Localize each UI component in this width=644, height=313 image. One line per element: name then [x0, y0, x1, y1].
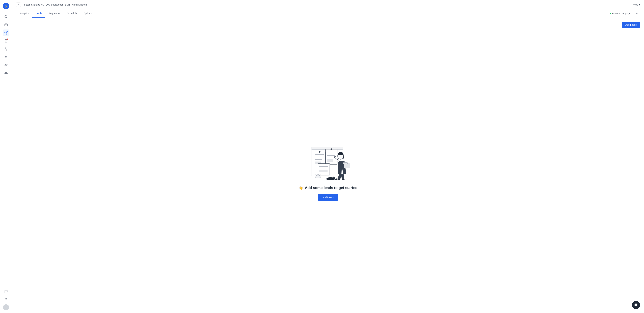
user-avatar[interactable] [3, 304, 9, 310]
sidebar: ⚡ [0, 0, 12, 313]
wave-emoji: 👋 [298, 186, 303, 190]
sidebar-bottom [3, 288, 10, 310]
app-logo[interactable]: ⚡ [3, 3, 10, 9]
tab-schedule[interactable]: Schedule [64, 9, 80, 18]
play-icon: ▶ [610, 12, 611, 15]
back-icon: ‹ [18, 3, 19, 6]
content-header: Add Leads [16, 22, 640, 28]
svg-point-0 [5, 15, 7, 18]
sidebar-item-campaigns[interactable] [3, 29, 10, 36]
sidebar-item-analytics[interactable] [3, 45, 10, 52]
svg-rect-14 [311, 147, 343, 149]
svg-point-37 [341, 179, 346, 180]
tabs-bar: Analytics Leads Sequences Schedule Optio… [12, 9, 644, 18]
content-area: Add Leads [12, 18, 644, 313]
more-options-button[interactable]: ··· [634, 11, 640, 16]
logo-icon: ⚡ [4, 4, 8, 8]
sidebar-item-integrations[interactable] [3, 70, 10, 76]
svg-point-9 [5, 56, 6, 57]
svg-rect-29 [318, 164, 330, 175]
tabs-actions: ▶ Resume campaign ··· [607, 11, 640, 16]
user-name: Nova [632, 3, 638, 6]
empty-state-text: Add some leads to get started [305, 186, 358, 190]
svg-point-28 [330, 148, 332, 150]
sidebar-item-templates[interactable] [3, 37, 10, 44]
empty-illustration [301, 140, 355, 180]
sidebar-item-chat[interactable] [3, 288, 10, 295]
more-icon: ··· [636, 12, 638, 15]
main-content: ‹ Fintech Startups (50 - 100 employees) … [12, 0, 644, 313]
svg-rect-32 [319, 170, 328, 172]
svg-rect-35 [344, 163, 348, 164]
empty-state: 👋 Add some leads to get started Add Lead… [16, 32, 640, 309]
svg-point-21 [319, 151, 320, 153]
resume-campaign-button[interactable]: ▶ Resume campaign [607, 11, 633, 16]
sidebar-item-profile[interactable] [3, 296, 10, 303]
empty-state-title: 👋 Add some leads to get started [298, 186, 358, 190]
svg-line-1 [6, 17, 7, 18]
back-button[interactable]: ‹ [16, 2, 21, 7]
svg-rect-2 [4, 24, 8, 26]
header-right: Nova ▾ [632, 3, 640, 6]
tab-options[interactable]: Options [80, 9, 95, 18]
user-chevron-icon: ▾ [639, 3, 640, 6]
add-leads-top-button[interactable]: Add Leads [622, 22, 640, 28]
resume-label: Resume campaign [612, 12, 630, 15]
tab-analytics[interactable]: Analytics [16, 9, 32, 18]
user-menu[interactable]: Nova ▾ [632, 3, 640, 6]
sidebar-item-mail[interactable] [3, 21, 10, 28]
add-leads-center-button[interactable]: Add Leads [318, 194, 338, 201]
svg-point-36 [337, 179, 342, 180]
sidebar-item-contacts[interactable] [3, 54, 10, 60]
svg-rect-27 [327, 159, 334, 162]
page-header: ‹ Fintech Startups (50 - 100 employees) … [12, 0, 644, 9]
svg-point-40 [333, 177, 336, 179]
svg-marker-10 [5, 64, 7, 66]
page-title: Fintech Startups (50 - 100 employees) - … [23, 3, 87, 6]
sidebar-item-automation[interactable] [3, 62, 10, 68]
tab-leads[interactable]: Leads [32, 9, 45, 18]
tabs-nav: Analytics Leads Sequences Schedule Optio… [16, 9, 95, 17]
svg-marker-41 [333, 176, 335, 177]
tab-sequences[interactable]: Sequences [45, 9, 64, 18]
svg-point-38 [315, 175, 321, 178]
sidebar-item-search[interactable] [3, 13, 10, 20]
chat-support-button[interactable] [632, 301, 640, 309]
svg-point-12 [5, 299, 6, 300]
